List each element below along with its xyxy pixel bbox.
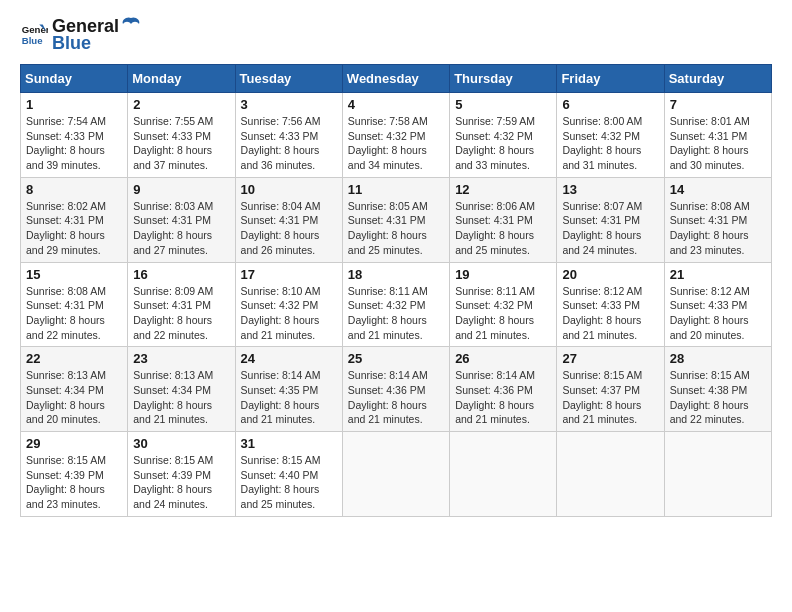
calendar-cell: 28Sunrise: 8:15 AMSunset: 4:38 PMDayligh… bbox=[664, 347, 771, 432]
weekday-header-wednesday: Wednesday bbox=[342, 65, 449, 93]
calendar-cell bbox=[342, 432, 449, 517]
day-info: Sunrise: 8:08 AMSunset: 4:31 PMDaylight:… bbox=[26, 284, 122, 343]
calendar-cell: 30Sunrise: 8:15 AMSunset: 4:39 PMDayligh… bbox=[128, 432, 235, 517]
logo-bird-icon bbox=[121, 16, 141, 32]
calendar-week-row: 15Sunrise: 8:08 AMSunset: 4:31 PMDayligh… bbox=[21, 262, 772, 347]
day-number: 7 bbox=[670, 97, 766, 112]
day-info: Sunrise: 7:56 AMSunset: 4:33 PMDaylight:… bbox=[241, 114, 337, 173]
day-number: 1 bbox=[26, 97, 122, 112]
day-number: 15 bbox=[26, 267, 122, 282]
calendar-cell bbox=[557, 432, 664, 517]
day-number: 24 bbox=[241, 351, 337, 366]
day-info: Sunrise: 8:07 AMSunset: 4:31 PMDaylight:… bbox=[562, 199, 658, 258]
day-number: 17 bbox=[241, 267, 337, 282]
day-number: 16 bbox=[133, 267, 229, 282]
day-number: 29 bbox=[26, 436, 122, 451]
day-number: 31 bbox=[241, 436, 337, 451]
weekday-header-sunday: Sunday bbox=[21, 65, 128, 93]
day-number: 30 bbox=[133, 436, 229, 451]
day-number: 11 bbox=[348, 182, 444, 197]
calendar-cell: 18Sunrise: 8:11 AMSunset: 4:32 PMDayligh… bbox=[342, 262, 449, 347]
day-info: Sunrise: 8:14 AMSunset: 4:36 PMDaylight:… bbox=[455, 368, 551, 427]
weekday-header-saturday: Saturday bbox=[664, 65, 771, 93]
day-info: Sunrise: 7:58 AMSunset: 4:32 PMDaylight:… bbox=[348, 114, 444, 173]
day-number: 6 bbox=[562, 97, 658, 112]
day-number: 22 bbox=[26, 351, 122, 366]
day-info: Sunrise: 8:02 AMSunset: 4:31 PMDaylight:… bbox=[26, 199, 122, 258]
day-info: Sunrise: 8:12 AMSunset: 4:33 PMDaylight:… bbox=[670, 284, 766, 343]
weekday-header-row: SundayMondayTuesdayWednesdayThursdayFrid… bbox=[21, 65, 772, 93]
day-info: Sunrise: 8:13 AMSunset: 4:34 PMDaylight:… bbox=[133, 368, 229, 427]
calendar-cell: 1Sunrise: 7:54 AMSunset: 4:33 PMDaylight… bbox=[21, 93, 128, 178]
calendar-cell: 5Sunrise: 7:59 AMSunset: 4:32 PMDaylight… bbox=[450, 93, 557, 178]
day-info: Sunrise: 7:55 AMSunset: 4:33 PMDaylight:… bbox=[133, 114, 229, 173]
day-info: Sunrise: 8:04 AMSunset: 4:31 PMDaylight:… bbox=[241, 199, 337, 258]
day-number: 20 bbox=[562, 267, 658, 282]
calendar-week-row: 1Sunrise: 7:54 AMSunset: 4:33 PMDaylight… bbox=[21, 93, 772, 178]
day-number: 21 bbox=[670, 267, 766, 282]
day-info: Sunrise: 8:15 AMSunset: 4:39 PMDaylight:… bbox=[26, 453, 122, 512]
calendar-cell: 24Sunrise: 8:14 AMSunset: 4:35 PMDayligh… bbox=[235, 347, 342, 432]
day-number: 27 bbox=[562, 351, 658, 366]
calendar-cell: 3Sunrise: 7:56 AMSunset: 4:33 PMDaylight… bbox=[235, 93, 342, 178]
day-info: Sunrise: 8:00 AMSunset: 4:32 PMDaylight:… bbox=[562, 114, 658, 173]
day-number: 28 bbox=[670, 351, 766, 366]
calendar-cell: 9Sunrise: 8:03 AMSunset: 4:31 PMDaylight… bbox=[128, 177, 235, 262]
day-number: 25 bbox=[348, 351, 444, 366]
calendar-cell: 6Sunrise: 8:00 AMSunset: 4:32 PMDaylight… bbox=[557, 93, 664, 178]
weekday-header-friday: Friday bbox=[557, 65, 664, 93]
day-info: Sunrise: 8:15 AMSunset: 4:37 PMDaylight:… bbox=[562, 368, 658, 427]
day-info: Sunrise: 8:08 AMSunset: 4:31 PMDaylight:… bbox=[670, 199, 766, 258]
day-number: 18 bbox=[348, 267, 444, 282]
calendar-week-row: 8Sunrise: 8:02 AMSunset: 4:31 PMDaylight… bbox=[21, 177, 772, 262]
page-header: General Blue General Blue bbox=[20, 16, 772, 54]
day-info: Sunrise: 8:12 AMSunset: 4:33 PMDaylight:… bbox=[562, 284, 658, 343]
calendar-cell: 26Sunrise: 8:14 AMSunset: 4:36 PMDayligh… bbox=[450, 347, 557, 432]
svg-text:Blue: Blue bbox=[22, 35, 43, 46]
calendar-cell: 23Sunrise: 8:13 AMSunset: 4:34 PMDayligh… bbox=[128, 347, 235, 432]
day-number: 19 bbox=[455, 267, 551, 282]
day-info: Sunrise: 8:13 AMSunset: 4:34 PMDaylight:… bbox=[26, 368, 122, 427]
calendar-cell: 27Sunrise: 8:15 AMSunset: 4:37 PMDayligh… bbox=[557, 347, 664, 432]
day-info: Sunrise: 8:06 AMSunset: 4:31 PMDaylight:… bbox=[455, 199, 551, 258]
logo-icon: General Blue bbox=[20, 21, 48, 49]
day-info: Sunrise: 8:15 AMSunset: 4:39 PMDaylight:… bbox=[133, 453, 229, 512]
calendar-cell: 20Sunrise: 8:12 AMSunset: 4:33 PMDayligh… bbox=[557, 262, 664, 347]
day-number: 12 bbox=[455, 182, 551, 197]
weekday-header-tuesday: Tuesday bbox=[235, 65, 342, 93]
calendar-week-row: 22Sunrise: 8:13 AMSunset: 4:34 PMDayligh… bbox=[21, 347, 772, 432]
day-info: Sunrise: 8:11 AMSunset: 4:32 PMDaylight:… bbox=[348, 284, 444, 343]
day-info: Sunrise: 8:10 AMSunset: 4:32 PMDaylight:… bbox=[241, 284, 337, 343]
weekday-header-thursday: Thursday bbox=[450, 65, 557, 93]
calendar-cell: 17Sunrise: 8:10 AMSunset: 4:32 PMDayligh… bbox=[235, 262, 342, 347]
calendar-cell: 13Sunrise: 8:07 AMSunset: 4:31 PMDayligh… bbox=[557, 177, 664, 262]
day-number: 9 bbox=[133, 182, 229, 197]
day-info: Sunrise: 8:15 AMSunset: 4:38 PMDaylight:… bbox=[670, 368, 766, 427]
day-info: Sunrise: 8:15 AMSunset: 4:40 PMDaylight:… bbox=[241, 453, 337, 512]
day-info: Sunrise: 8:11 AMSunset: 4:32 PMDaylight:… bbox=[455, 284, 551, 343]
calendar-cell: 15Sunrise: 8:08 AMSunset: 4:31 PMDayligh… bbox=[21, 262, 128, 347]
calendar-cell bbox=[664, 432, 771, 517]
calendar-cell: 21Sunrise: 8:12 AMSunset: 4:33 PMDayligh… bbox=[664, 262, 771, 347]
day-number: 14 bbox=[670, 182, 766, 197]
calendar-cell: 2Sunrise: 7:55 AMSunset: 4:33 PMDaylight… bbox=[128, 93, 235, 178]
calendar-table: SundayMondayTuesdayWednesdayThursdayFrid… bbox=[20, 64, 772, 517]
day-info: Sunrise: 7:59 AMSunset: 4:32 PMDaylight:… bbox=[455, 114, 551, 173]
day-info: Sunrise: 8:01 AMSunset: 4:31 PMDaylight:… bbox=[670, 114, 766, 173]
calendar-cell: 11Sunrise: 8:05 AMSunset: 4:31 PMDayligh… bbox=[342, 177, 449, 262]
calendar-cell: 8Sunrise: 8:02 AMSunset: 4:31 PMDaylight… bbox=[21, 177, 128, 262]
day-number: 10 bbox=[241, 182, 337, 197]
calendar-cell: 10Sunrise: 8:04 AMSunset: 4:31 PMDayligh… bbox=[235, 177, 342, 262]
calendar-cell: 31Sunrise: 8:15 AMSunset: 4:40 PMDayligh… bbox=[235, 432, 342, 517]
day-number: 3 bbox=[241, 97, 337, 112]
calendar-cell: 4Sunrise: 7:58 AMSunset: 4:32 PMDaylight… bbox=[342, 93, 449, 178]
day-number: 8 bbox=[26, 182, 122, 197]
day-info: Sunrise: 8:09 AMSunset: 4:31 PMDaylight:… bbox=[133, 284, 229, 343]
day-number: 5 bbox=[455, 97, 551, 112]
day-info: Sunrise: 8:03 AMSunset: 4:31 PMDaylight:… bbox=[133, 199, 229, 258]
calendar-cell: 16Sunrise: 8:09 AMSunset: 4:31 PMDayligh… bbox=[128, 262, 235, 347]
day-number: 23 bbox=[133, 351, 229, 366]
weekday-header-monday: Monday bbox=[128, 65, 235, 93]
day-info: Sunrise: 7:54 AMSunset: 4:33 PMDaylight:… bbox=[26, 114, 122, 173]
day-number: 2 bbox=[133, 97, 229, 112]
